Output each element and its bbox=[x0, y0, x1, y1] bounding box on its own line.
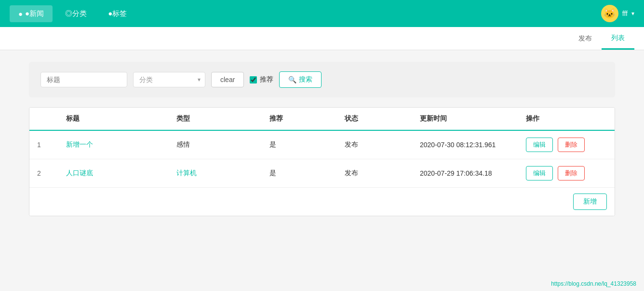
row-title: 人口谜底 bbox=[58, 159, 169, 188]
add-button[interactable]: 新增 bbox=[573, 194, 607, 210]
row-status: 发布 bbox=[337, 159, 412, 188]
row-updated: 2020-07-29 17:06:34.18 bbox=[412, 159, 518, 188]
recommend-label: 推荐 bbox=[260, 75, 273, 84]
nav-item-category[interactable]: ◎分类 bbox=[56, 5, 95, 22]
delete-button-2[interactable]: 删除 bbox=[558, 166, 585, 180]
col-num bbox=[29, 108, 58, 130]
table-header-row: 标题 类型 推荐 状态 更新时间 操作 bbox=[29, 108, 615, 130]
row-actions: 编辑 删除 bbox=[518, 159, 615, 188]
table-footer: 新增 bbox=[29, 187, 615, 216]
row-type: 计算机 bbox=[169, 159, 262, 188]
footer-url: https://blog.csdn.ne/lq_41323958 bbox=[551, 280, 636, 287]
col-updated: 更新时间 bbox=[412, 108, 518, 130]
user-name: fff bbox=[622, 10, 628, 17]
col-recommend: 推荐 bbox=[262, 108, 337, 130]
search-icon: 🔍 bbox=[288, 76, 296, 83]
row-type-link[interactable]: 计算机 bbox=[176, 169, 197, 177]
navbar: ● ●新闻 ◎分类 ●标签 🐱 fff ▾ bbox=[0, 0, 644, 27]
main-content: 分类 感情 计算机 ▾ clear 推荐 🔍 搜索 标题 类型 bbox=[0, 50, 644, 228]
chevron-down-icon[interactable]: ▾ bbox=[631, 10, 634, 17]
row-title-link[interactable]: 新增一个 bbox=[66, 140, 93, 148]
category-select-wrap: 分类 感情 计算机 ▾ bbox=[133, 72, 205, 87]
tab-list[interactable]: 列表 bbox=[602, 28, 634, 50]
recommend-checkbox-wrap[interactable]: 推荐 bbox=[250, 75, 273, 84]
sub-header: 发布 列表 bbox=[0, 27, 644, 50]
row-type: 感情 bbox=[169, 130, 262, 159]
row-title: 新增一个 bbox=[58, 130, 169, 159]
recommend-checkbox[interactable] bbox=[250, 76, 257, 83]
category-select[interactable]: 分类 感情 计算机 bbox=[133, 72, 205, 87]
row-title-link[interactable]: 人口谜底 bbox=[66, 169, 93, 177]
nav-right: 🐱 fff ▾ bbox=[601, 5, 634, 22]
title-search-input[interactable] bbox=[40, 72, 127, 87]
table-row: 1 新增一个 感情 是 发布 2020-07-30 08:12:31.961 编… bbox=[29, 130, 615, 159]
row-status: 发布 bbox=[337, 130, 412, 159]
delete-button-1[interactable]: 删除 bbox=[558, 138, 585, 152]
nav-item-news[interactable]: ● ●新闻 bbox=[10, 5, 53, 22]
col-status: 状态 bbox=[337, 108, 412, 130]
row-num: 2 bbox=[29, 159, 58, 188]
avatar-emoji: 🐱 bbox=[604, 8, 616, 19]
nav-left: ● ●新闻 ◎分类 ●标签 bbox=[10, 5, 135, 22]
news-icon: ● bbox=[18, 10, 23, 18]
data-table: 标题 类型 推荐 状态 更新时间 操作 1 新增一个 感情 是 发布 bbox=[29, 108, 615, 187]
col-title: 标题 bbox=[58, 108, 169, 130]
nav-tag-label: ●标签 bbox=[108, 9, 127, 18]
search-button[interactable]: 🔍 搜索 bbox=[279, 71, 322, 88]
table-panel: 标题 类型 推荐 状态 更新时间 操作 1 新增一个 感情 是 发布 bbox=[29, 107, 615, 216]
table-row: 2 人口谜底 计算机 是 发布 2020-07-29 17:06:34.18 编… bbox=[29, 159, 615, 188]
nav-news-label: ●新闻 bbox=[25, 9, 44, 18]
tab-publish[interactable]: 发布 bbox=[569, 28, 602, 50]
clear-button[interactable]: clear bbox=[211, 72, 244, 87]
row-recommend: 是 bbox=[262, 130, 337, 159]
col-action: 操作 bbox=[518, 108, 615, 130]
nav-item-tag[interactable]: ●标签 bbox=[99, 5, 135, 22]
row-num: 1 bbox=[29, 130, 58, 159]
edit-button-1[interactable]: 编辑 bbox=[526, 138, 553, 152]
nav-category-label: ◎分类 bbox=[65, 9, 87, 18]
row-actions: 编辑 删除 bbox=[518, 130, 615, 159]
edit-button-2[interactable]: 编辑 bbox=[526, 166, 553, 180]
row-recommend: 是 bbox=[262, 159, 337, 188]
search-panel: 分类 感情 计算机 ▾ clear 推荐 🔍 搜索 bbox=[29, 62, 615, 97]
col-type: 类型 bbox=[169, 108, 262, 130]
avatar: 🐱 bbox=[601, 5, 618, 22]
row-updated: 2020-07-30 08:12:31.961 bbox=[412, 130, 518, 159]
